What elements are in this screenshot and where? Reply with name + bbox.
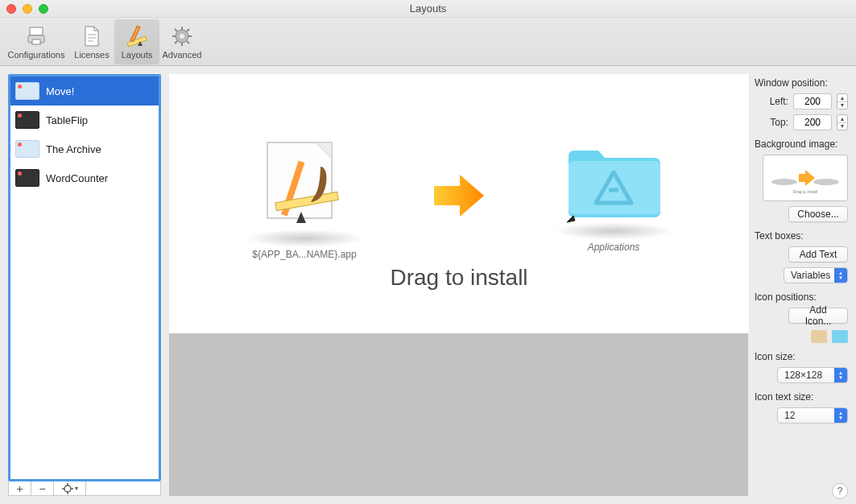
printer-icon bbox=[24, 24, 48, 48]
arrow-right-icon bbox=[429, 170, 489, 221]
background-image-well[interactable]: Drag to install bbox=[763, 155, 848, 201]
text-boxes-label: Text boxes: bbox=[755, 230, 848, 242]
svg-line-15 bbox=[175, 29, 177, 31]
icon-size-value: 128×128 bbox=[784, 370, 822, 381]
popup-arrows-icon bbox=[834, 368, 847, 382]
layout-thumb-icon bbox=[15, 111, 39, 129]
background-thumb-icon: Drag to install bbox=[765, 158, 846, 198]
gear-icon bbox=[62, 483, 73, 494]
toolbar-label: Configurations bbox=[8, 50, 65, 60]
list-item[interactable]: WordCounter bbox=[10, 163, 159, 192]
toolbar-label: Advanced bbox=[163, 50, 202, 60]
ruler-pencil-icon bbox=[125, 24, 149, 48]
icon-positions-label: Icon positions: bbox=[755, 291, 848, 303]
applications-folder-icon bbox=[562, 138, 665, 227]
list-item-label: TableFlip bbox=[46, 114, 88, 126]
left-stepper[interactable]: ▲▼ bbox=[837, 93, 848, 109]
svg-line-16 bbox=[187, 41, 189, 43]
zoom-window-button[interactable] bbox=[39, 4, 48, 14]
add-text-button[interactable]: Add Text bbox=[788, 246, 848, 262]
svg-point-19 bbox=[64, 485, 71, 492]
applications-folder-item[interactable]: Applications bbox=[545, 138, 682, 253]
svg-rect-0 bbox=[30, 27, 43, 35]
remove-layout-button[interactable]: − bbox=[31, 481, 54, 495]
drag-to-install-text: Drag to install bbox=[390, 265, 527, 291]
layout-thumb-icon bbox=[15, 140, 39, 158]
list-item[interactable]: The Archive bbox=[10, 134, 159, 163]
top-stepper[interactable]: ▲▼ bbox=[837, 114, 848, 130]
icon-size-label: Icon size: bbox=[755, 351, 848, 362]
svg-rect-2 bbox=[32, 39, 40, 44]
layout-list[interactable]: Move! TableFlip The Archive WordCounter bbox=[8, 74, 161, 481]
sidebar: Move! TableFlip The Archive WordCounter … bbox=[8, 74, 161, 496]
app-mini-icon[interactable] bbox=[811, 330, 827, 343]
titlebar: Layouts bbox=[0, 0, 856, 18]
toolbar-label: Layouts bbox=[122, 50, 153, 60]
sidebar-footer: + − ▾ bbox=[8, 481, 161, 496]
layout-thumb-icon bbox=[15, 169, 39, 187]
app-icon-item[interactable]: ${APP_BA...NAME}.app bbox=[236, 131, 373, 260]
shadow bbox=[244, 229, 365, 247]
left-label: Left: bbox=[770, 96, 788, 107]
window-title: Layouts bbox=[410, 2, 447, 14]
inspector-panel: Window position: Left: ▲▼ Top: ▲▼ Backgr… bbox=[751, 66, 856, 504]
left-input[interactable] bbox=[793, 93, 832, 109]
list-item[interactable]: TableFlip bbox=[10, 105, 159, 134]
toolbar-label: Licenses bbox=[74, 50, 109, 60]
canvas-wrapper: ${APP_BA...NAME}.app Applications bbox=[169, 74, 748, 496]
layout-actions-menu[interactable]: ▾ bbox=[54, 481, 86, 495]
svg-rect-6 bbox=[127, 36, 147, 47]
window-controls bbox=[6, 4, 48, 14]
svg-point-31 bbox=[813, 179, 839, 185]
icon-text-size-label: Icon text size: bbox=[755, 391, 848, 403]
toolbar-configurations[interactable]: Configurations bbox=[3, 19, 69, 64]
top-input[interactable] bbox=[793, 114, 832, 130]
icon-size-popup[interactable]: 128×128 bbox=[777, 367, 848, 383]
list-item-label: Move! bbox=[46, 85, 74, 97]
shadow bbox=[553, 222, 674, 240]
help-button[interactable]: ? bbox=[832, 483, 848, 499]
add-layout-button[interactable]: + bbox=[9, 481, 31, 495]
popup-arrows-icon bbox=[834, 408, 847, 423]
top-label: Top: bbox=[770, 117, 788, 128]
main-area: Move! TableFlip The Archive WordCounter … bbox=[0, 66, 856, 504]
window-position-label: Window position: bbox=[755, 77, 848, 89]
applications-label: Applications bbox=[588, 242, 640, 253]
background-image-label: Background image: bbox=[755, 138, 848, 150]
variables-popup[interactable]: Variables bbox=[784, 267, 848, 283]
minimize-window-button[interactable] bbox=[23, 4, 32, 14]
document-icon bbox=[80, 24, 104, 48]
app-filename-label: ${APP_BA...NAME}.app bbox=[252, 249, 356, 260]
svg-text:Drag to install: Drag to install bbox=[793, 189, 818, 194]
list-item-label: WordCounter bbox=[46, 172, 108, 184]
toolbar-licenses[interactable]: Licenses bbox=[69, 19, 114, 64]
variables-popup-label: Variables bbox=[791, 270, 830, 281]
svg-point-10 bbox=[180, 34, 184, 39]
sidebar-footer-spacer bbox=[86, 481, 160, 495]
toolbar-layouts[interactable]: Layouts bbox=[114, 19, 159, 64]
choose-background-button[interactable]: Choose... bbox=[788, 206, 848, 222]
layout-canvas[interactable]: ${APP_BA...NAME}.app Applications bbox=[169, 74, 749, 333]
list-item-label: The Archive bbox=[46, 143, 101, 155]
add-icon-button[interactable]: Add Icon... bbox=[788, 308, 848, 324]
svg-line-18 bbox=[187, 29, 189, 31]
svg-point-30 bbox=[771, 179, 797, 185]
popup-arrows-icon bbox=[834, 268, 847, 283]
icon-text-size-value: 12 bbox=[784, 410, 795, 421]
gear-icon bbox=[170, 24, 194, 48]
apps-mini-icon[interactable] bbox=[832, 330, 848, 343]
layout-thumb-icon bbox=[15, 82, 39, 100]
close-window-button[interactable] bbox=[6, 4, 16, 14]
icon-text-size-popup[interactable]: 12 bbox=[777, 407, 848, 423]
toolbar-advanced[interactable]: Advanced bbox=[159, 19, 205, 64]
svg-line-17 bbox=[175, 41, 177, 43]
toolbar: Configurations Licenses Layouts Advanced bbox=[0, 18, 856, 66]
svg-rect-29 bbox=[569, 161, 660, 214]
generic-app-icon bbox=[253, 131, 356, 234]
list-item[interactable]: Move! bbox=[10, 76, 159, 105]
